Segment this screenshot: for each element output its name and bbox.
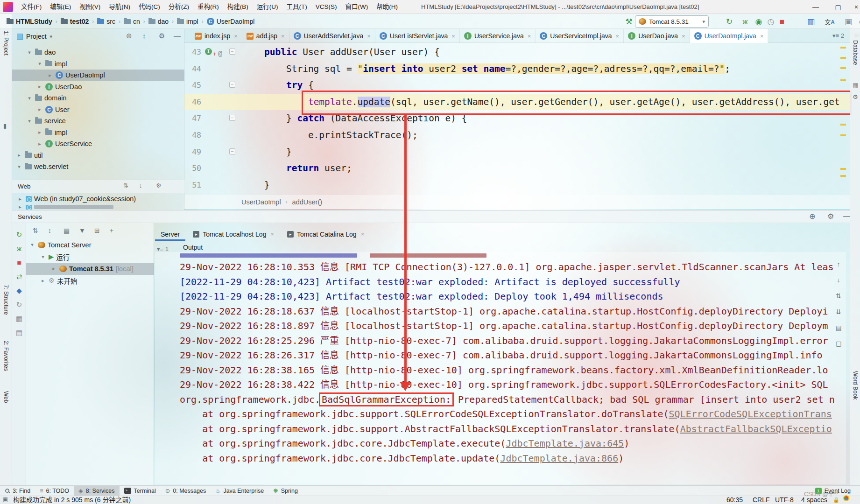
tool-window-button[interactable]: ≡6: TODO — [35, 486, 74, 496]
close-tab-icon[interactable]: × — [451, 33, 455, 40]
rerun-server-icon[interactable]: ↻ — [14, 230, 24, 240]
menu-item[interactable]: 窗口(W) — [341, 0, 373, 14]
stack-trace-link[interactable]: JdbcTemplate.java:866 — [500, 453, 618, 464]
tool-window-button[interactable]: ◈8: Services — [74, 486, 119, 496]
breadcrumb-item[interactable]: test02 — [61, 18, 89, 25]
close-tab-icon[interactable]: × — [760, 33, 764, 40]
warning-stripe-mark[interactable] — [840, 67, 846, 69]
code-line[interactable]: 48 e.printStackTrace(); — [184, 127, 850, 144]
warning-stripe-mark[interactable] — [840, 124, 846, 126]
editor-tab[interactable]: CUserDaoImpl.java× — [690, 29, 768, 43]
close-tab-icon[interactable]: × — [616, 33, 620, 40]
tree-expander-icon[interactable]: ▸ — [40, 278, 46, 284]
tree-expander-icon[interactable]: ▾ — [16, 164, 22, 170]
fold-marker-icon[interactable]: – — [229, 49, 235, 55]
clear-icon[interactable]: ▢ — [834, 339, 843, 348]
tree-expander-icon[interactable]: ▸ — [36, 129, 43, 135]
hide-icon[interactable]: — — [174, 32, 181, 40]
close-tab-icon[interactable]: × — [528, 33, 531, 40]
tree-expander-icon[interactable]: ▸ — [16, 152, 22, 158]
tab-overflow-indicator[interactable]: ▾≡ 2 — [832, 29, 844, 43]
breadcrumb-item[interactable]: impl — [177, 18, 198, 25]
project-tree-item[interactable]: ▾impl — [12, 58, 184, 70]
project-tree-item[interactable]: ▸impl — [12, 127, 184, 139]
search-everywhere-icon[interactable] — [856, 16, 860, 28]
warning-stripe-mark[interactable] — [840, 175, 846, 177]
services-tree-item[interactable]: ▾Tomcat Server — [26, 239, 154, 251]
editor-tab[interactable]: CUserServiceImpl.java× — [536, 29, 624, 43]
tool-stripe-button[interactable]: Word Book — [852, 371, 859, 400]
editor-tab[interactable]: JSPindex.jsp× — [190, 29, 242, 43]
refresh-icon[interactable]: ↻ — [14, 300, 24, 310]
locate-icon[interactable]: ⊕ — [126, 32, 132, 40]
console-tab[interactable]: ▸Tomcat Catalina Log× — [282, 225, 370, 241]
services-tree-item[interactable]: ▾▶运行 — [26, 251, 154, 263]
menu-item[interactable]: 代码(C) — [134, 0, 164, 14]
code-line[interactable]: 49– } — [184, 144, 850, 161]
group-icon[interactable]: ▦ — [14, 314, 24, 324]
breadcrumb-class[interactable]: UserDaoImpl — [241, 198, 281, 206]
warning-stripe-mark[interactable] — [840, 134, 846, 136]
console-tab[interactable]: ▸Tomcat Localhost Log× — [187, 225, 280, 241]
project-tree-item[interactable]: ▸CUser — [12, 104, 184, 116]
project-tree-item[interactable]: ▸IUserService — [12, 138, 184, 150]
coverage-icon[interactable]: ◉ — [753, 16, 765, 28]
profiler-icon[interactable]: ◷ — [765, 16, 777, 28]
tree-expander-icon[interactable]: ▾ — [26, 49, 33, 56]
tree-expander-icon[interactable]: ▾ — [26, 95, 33, 101]
settings-icon[interactable]: ⚙ — [156, 182, 162, 189]
web-facet-item[interactable]: ▸ — [12, 205, 184, 210]
preview-icon[interactable]: ▣ — [842, 16, 854, 28]
menu-item[interactable]: 编辑(E) — [46, 0, 75, 14]
stop-icon[interactable]: ■ — [776, 16, 788, 28]
status-message[interactable]: 构建成功完成 in 2 s 905 ms (6 分钟之前) — [13, 496, 131, 504]
stack-trace-link[interactable]: JdbcTemplate.java:645 — [506, 438, 624, 449]
menu-item[interactable]: VCS(S) — [311, 0, 341, 14]
menu-item[interactable]: 分析(Z) — [164, 0, 193, 14]
close-tab-icon[interactable]: × — [270, 231, 274, 238]
hide-icon[interactable]: — — [173, 182, 179, 189]
stack-trace-link[interactable]: AbstractFallbackSQLExceptio — [680, 423, 832, 434]
menu-item[interactable]: 构建(B) — [223, 0, 253, 14]
close-button[interactable]: × — [846, 0, 860, 14]
stop-server-icon[interactable]: ■ — [14, 258, 24, 268]
tool-window-button[interactable]: 3: Find — [0, 486, 35, 496]
stack-trace-link[interactable]: SQLErrorCodeSQLExceptionTrans — [669, 408, 832, 420]
expand-all-icon[interactable]: ⇅ — [33, 227, 38, 234]
project-tree-item[interactable]: ▾domain — [12, 92, 184, 104]
tree-expander-icon[interactable]: ▸ — [47, 72, 53, 78]
warning-stripe-mark[interactable] — [840, 47, 846, 49]
editor-tab[interactable]: IUserDao.java× — [624, 29, 690, 43]
project-tree-item[interactable]: ▸CUserDaoImpl — [12, 70, 184, 81]
fold-marker-icon[interactable]: – — [229, 148, 235, 154]
code-line[interactable]: 44 String sql = "insert into user2 set n… — [184, 61, 850, 77]
settings-icon[interactable]: ⚙ — [159, 32, 165, 40]
add-service-icon[interactable]: + — [110, 227, 113, 234]
breadcrumb-item[interactable]: cn — [124, 18, 140, 25]
tree-expander-icon[interactable]: ▸ — [36, 106, 43, 112]
print-icon[interactable]: ▤ — [834, 323, 843, 332]
minimize-button[interactable]: — — [805, 0, 826, 14]
tree-expander-icon[interactable]: ▾ — [26, 118, 33, 124]
tool-stripe-button[interactable]: 2: Favorites — [3, 341, 9, 371]
project-tree-item[interactable]: ▸util — [12, 150, 184, 161]
caret-position[interactable]: 60:35 — [726, 496, 743, 504]
tool-stripe-button[interactable]: 7: Structure — [3, 285, 9, 315]
tree-expander-icon[interactable]: ▾ — [40, 254, 46, 260]
warning-stripe-mark[interactable] — [840, 168, 846, 170]
compass-icon[interactable]: ⊕ — [809, 212, 815, 221]
warning-stripe-mark[interactable] — [840, 79, 846, 81]
close-tab-icon[interactable]: × — [367, 33, 371, 40]
menu-item[interactable]: 导航(N) — [105, 0, 134, 14]
breadcrumb-method[interactable]: addUser() — [292, 198, 322, 206]
menu-item[interactable]: 运行(U) — [253, 0, 282, 14]
group-by-icon[interactable]: ▦ — [63, 227, 70, 234]
collapse-all-icon[interactable]: ↕ — [142, 32, 146, 40]
project-tree-item[interactable]: ▾web.servlet — [12, 161, 184, 173]
close-tab-icon[interactable]: × — [682, 33, 685, 40]
collapse-all-icon[interactable]: ↕ — [139, 182, 142, 189]
menu-item[interactable]: 文件(F) — [17, 0, 46, 14]
tree-expander-icon[interactable]: ▾ — [36, 61, 43, 67]
implemented-marker-icon[interactable]: I — [205, 48, 212, 55]
menu-item[interactable]: 重构(R) — [193, 0, 223, 14]
